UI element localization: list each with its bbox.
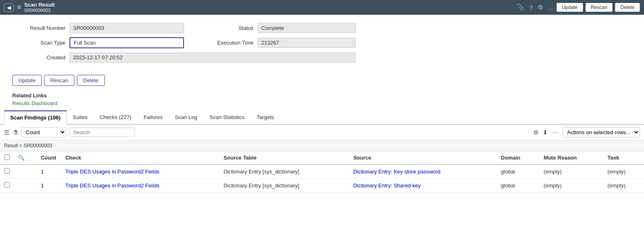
- delete-button[interactable]: Delete: [77, 75, 105, 86]
- th-search: 🔍: [14, 151, 37, 164]
- row-checkbox[interactable]: [4, 168, 10, 174]
- group-by-select[interactable]: Count Check Source Table Source Domain: [21, 127, 66, 137]
- top-action-buttons: Update Rescan Delete: [556, 3, 640, 12]
- related-links-title: Related Links: [12, 92, 632, 99]
- tab-checks[interactable]: Checks (227): [94, 110, 137, 125]
- row-mute-reason: (empty): [540, 164, 604, 179]
- download-icon[interactable]: ⬇: [543, 129, 548, 136]
- search-input[interactable]: [70, 128, 135, 137]
- row-source-table: Dictionary Entry [sys_dictionary]: [220, 179, 349, 193]
- update-button[interactable]: Update: [12, 75, 42, 86]
- created-row: Created 2023-12-17 07:20:52: [12, 52, 632, 63]
- toolbar: ☰ ⚗ Count Check Source Table Source Doma…: [0, 125, 644, 140]
- scan-type-label: Scan Type: [12, 40, 65, 46]
- result-number-row: Result Number SR00000003 Status Complete: [12, 23, 632, 33]
- settings-icon[interactable]: ⚙: [533, 129, 539, 136]
- status-group: Status Complete: [209, 23, 356, 33]
- filter-toggle-icon[interactable]: ⚗: [13, 129, 18, 136]
- table-row: 1 Triple DES Usages in Password2 Fields …: [0, 179, 644, 193]
- row-domain: global: [497, 179, 540, 193]
- table-row: 1 Triple DES Usages in Password2 Fields …: [0, 164, 644, 179]
- page-sub-title: SR00000003: [24, 8, 54, 13]
- rescan-button[interactable]: Rescan: [44, 75, 74, 86]
- status-label: Status: [209, 25, 254, 31]
- table-container: 🔍 Count Check Source Table Source Domain…: [0, 151, 644, 193]
- count-link[interactable]: 1: [41, 169, 44, 175]
- header-icons: 📎 ? ⚙ ...: [517, 4, 553, 11]
- page-main-title: Scan Result: [24, 2, 54, 8]
- table-search-icon[interactable]: 🔍: [18, 155, 25, 161]
- more-icon[interactable]: ...: [548, 4, 553, 11]
- divider-icon: —: [552, 129, 559, 136]
- execution-time-value: 213267: [258, 38, 356, 48]
- attachment-icon[interactable]: 📎: [517, 4, 525, 11]
- page-title-group: Scan Result SR00000003: [24, 2, 54, 14]
- th-mute-reason: Mute Reason: [540, 151, 604, 164]
- th-domain: Domain: [497, 151, 540, 164]
- count-link[interactable]: 1: [41, 182, 44, 189]
- row-checkbox-cell: [0, 179, 14, 193]
- th-check: Check: [61, 151, 220, 164]
- row-count: 1: [37, 179, 61, 193]
- row-domain: global: [497, 164, 540, 179]
- row-task: (empty): [604, 179, 644, 193]
- hamburger-icon[interactable]: ≡: [17, 4, 21, 11]
- row-check: Triple DES Usages in Password2 Fields: [61, 164, 220, 179]
- tab-targets[interactable]: Targets: [251, 110, 280, 125]
- row-task: (empty): [604, 164, 644, 179]
- row-checkbox-cell: [0, 164, 14, 179]
- th-task: Task: [604, 151, 644, 164]
- result-number-label: Result Number: [12, 25, 65, 31]
- execution-time-group: Execution Time 213267: [209, 38, 356, 48]
- th-checkbox: [0, 151, 14, 164]
- check-link[interactable]: Triple DES Usages in Password2 Fields: [65, 182, 159, 189]
- th-source-table: Source Table: [220, 151, 349, 164]
- related-links-section: Related Links Results Dashboard: [0, 90, 644, 110]
- row-source: Dictionary Entry: Key store password: [349, 164, 497, 179]
- filter-row: Result = SR00000003: [0, 140, 644, 151]
- source-link[interactable]: Dictionary Entry: Shared key: [353, 182, 421, 189]
- toolbar-right: ⚙ ⬇ — Actions on selected rows... Delete: [533, 127, 640, 137]
- row-count: 1: [37, 164, 61, 179]
- row-check: Triple DES Usages in Password2 Fields: [61, 179, 220, 193]
- tab-suites[interactable]: Suites: [67, 110, 94, 125]
- source-link[interactable]: Dictionary Entry: Key store password: [353, 169, 440, 175]
- created-value: 2023-12-17 07:20:52: [70, 52, 356, 63]
- actions-select[interactable]: Actions on selected rows... Delete: [563, 127, 640, 137]
- row-source-table: Dictionary Entry [sys_dictionary]: [220, 164, 349, 179]
- th-source: Source: [349, 151, 497, 164]
- filter-icon[interactable]: ⚙: [538, 4, 543, 11]
- row-mute-reason: (empty): [540, 179, 604, 193]
- execution-time-label: Execution Time: [209, 40, 254, 46]
- select-all-checkbox[interactable]: [4, 154, 10, 160]
- top-update-button[interactable]: Update: [556, 3, 583, 12]
- row-search-cell: [14, 179, 37, 193]
- tab-scan-log[interactable]: Scan Log: [169, 110, 204, 125]
- status-value: Complete: [258, 23, 356, 33]
- result-number-value: SR00000003: [70, 23, 184, 33]
- form-section: Result Number SR00000003 Status Complete…: [0, 15, 644, 71]
- results-dashboard-link[interactable]: Results Dashboard: [12, 100, 58, 106]
- back-button[interactable]: ◀: [4, 3, 14, 12]
- check-link[interactable]: Triple DES Usages in Password2 Fields: [65, 169, 159, 175]
- row-search-cell: [14, 164, 37, 179]
- help-icon[interactable]: ?: [530, 4, 533, 11]
- top-bar: ◀ ≡ Scan Result SR00000003 📎 ? ⚙ ... Upd…: [0, 0, 644, 15]
- action-buttons-row: Update Rescan Delete: [0, 71, 644, 90]
- created-label: Created: [12, 54, 65, 61]
- findings-table: 🔍 Count Check Source Table Source Domain…: [0, 151, 644, 193]
- tab-scan-findings[interactable]: Scan Findings (106): [4, 110, 67, 125]
- columns-icon[interactable]: ☰: [4, 129, 9, 136]
- tab-failures[interactable]: Failures: [137, 110, 168, 125]
- scan-type-row: Scan Type Full Scan Execution Time 21326…: [12, 37, 632, 48]
- filter-text: Result = SR00000003: [4, 143, 52, 148]
- row-source: Dictionary Entry: Shared key: [349, 179, 497, 193]
- tab-scan-statistics[interactable]: Scan Statistics: [203, 110, 250, 125]
- top-delete-button[interactable]: Delete: [615, 3, 640, 12]
- scan-type-value: Full Scan: [70, 37, 184, 48]
- tabs-bar: Scan Findings (106) Suites Checks (227) …: [0, 110, 644, 125]
- table-header-row: 🔍 Count Check Source Table Source Domain…: [0, 151, 644, 164]
- top-rescan-button[interactable]: Rescan: [586, 3, 613, 12]
- th-count: Count: [37, 151, 61, 164]
- row-checkbox[interactable]: [4, 182, 10, 188]
